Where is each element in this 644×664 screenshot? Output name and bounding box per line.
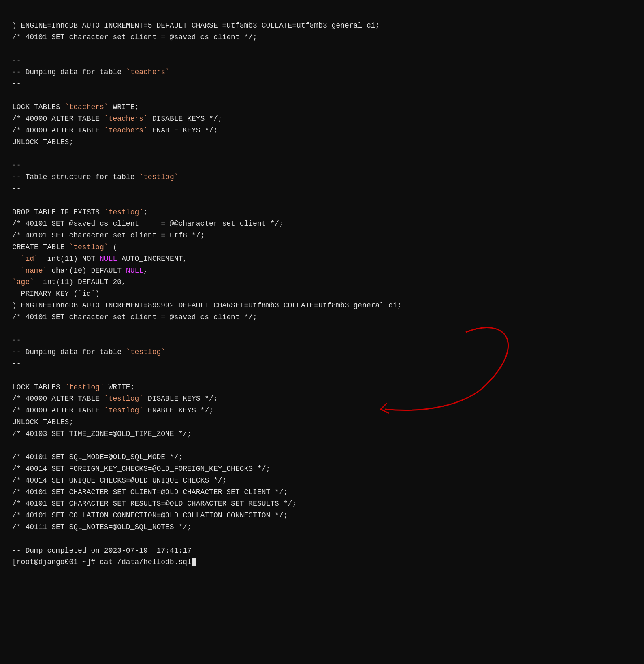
terminal-line: /*!40014 SET UNIQUE_CHECKS=@OLD_UNIQUE_C…	[12, 475, 632, 487]
terminal-line: DROP TABLE IF EXISTS `testlog`;	[12, 207, 632, 218]
terminal-line: /*!40000 ALTER TABLE `teachers` DISABLE …	[12, 113, 632, 125]
terminal-line	[12, 323, 632, 335]
terminal-line: [root@django001 ~]# cat /data/hellodb.sq…	[12, 556, 632, 568]
terminal-line: /*!40000 ALTER TABLE `testlog` DISABLE K…	[12, 393, 632, 405]
terminal-line: /*!40101 SET SQL_MODE=@OLD_SQL_MODE */;	[12, 451, 632, 463]
terminal-line: -- Dumping data for table `testlog`	[12, 346, 632, 358]
terminal-line	[12, 440, 632, 451]
terminal-output: ) ENGINE=InnoDB AUTO_INCREMENT=5 DEFAULT…	[12, 8, 632, 568]
terminal-line: LOCK TABLES `testlog` WRITE;	[12, 382, 632, 393]
terminal-line: -- Table structure for table `testlog`	[12, 171, 632, 183]
terminal-line: -- Dump completed on 2023-07-19 17:41:17	[12, 545, 632, 557]
terminal-line: /*!40101 SET CHARACTER_SET_RESULTS=@OLD_…	[12, 498, 632, 510]
terminal-line: /*!40111 SET SQL_NOTES=@OLD_SQL_NOTES */…	[12, 521, 632, 533]
terminal-line: UNLOCK TABLES;	[12, 137, 632, 148]
terminal-line: /*!40000 ALTER TABLE `testlog` ENABLE KE…	[12, 405, 632, 416]
terminal-line: LOCK TABLES `teachers` WRITE;	[12, 101, 632, 113]
terminal-line: --	[12, 78, 632, 90]
terminal-line: PRIMARY KEY (`id`)	[12, 288, 632, 300]
terminal-line: /*!40101 SET character_set_client = @sav…	[12, 32, 632, 43]
terminal-line	[12, 43, 632, 55]
terminal-line: CREATE TABLE `testlog` (	[12, 241, 632, 253]
terminal-line: /*!40101 SET COLLATION_CONNECTION=@OLD_C…	[12, 510, 632, 521]
terminal-line: UNLOCK TABLES;	[12, 416, 632, 428]
terminal-line	[12, 370, 632, 382]
terminal-line: /*!40101 SET @saved_cs_client = @@charac…	[12, 218, 632, 230]
terminal-line	[12, 533, 632, 545]
terminal-line: /*!40101 SET CHARACTER_SET_CLIENT=@OLD_C…	[12, 487, 632, 498]
terminal-line: --	[12, 160, 632, 171]
terminal-line	[12, 195, 632, 207]
terminal-line: `name` char(10) DEFAULT NULL,	[12, 265, 632, 277]
terminal-line: `id` int(11) NOT NULL AUTO_INCREMENT,	[12, 253, 632, 265]
terminal-line: -- Dumping data for table `teachers`	[12, 66, 632, 78]
terminal-line: /*!40014 SET FOREIGN_KEY_CHECKS=@OLD_FOR…	[12, 463, 632, 475]
terminal-line	[12, 90, 632, 102]
terminal-line: --	[12, 335, 632, 346]
terminal-line: /*!40101 SET character_set_client = utf8…	[12, 230, 632, 241]
terminal-line: /*!40000 ALTER TABLE `teachers` ENABLE K…	[12, 125, 632, 137]
terminal-line: ) ENGINE=InnoDB AUTO_INCREMENT=899992 DE…	[12, 300, 632, 312]
terminal-line: /*!40101 SET character_set_client = @sav…	[12, 312, 632, 323]
terminal-line: /*!40103 SET TIME_ZONE=@OLD_TIME_ZONE */…	[12, 428, 632, 440]
terminal-line: `age` int(11) DEFAULT 20,	[12, 276, 632, 288]
terminal-line: ) ENGINE=InnoDB AUTO_INCREMENT=5 DEFAULT…	[12, 20, 632, 32]
terminal-line: --	[12, 183, 632, 195]
terminal-line	[12, 148, 632, 160]
terminal-line: --	[12, 55, 632, 66]
terminal-line: --	[12, 358, 632, 370]
